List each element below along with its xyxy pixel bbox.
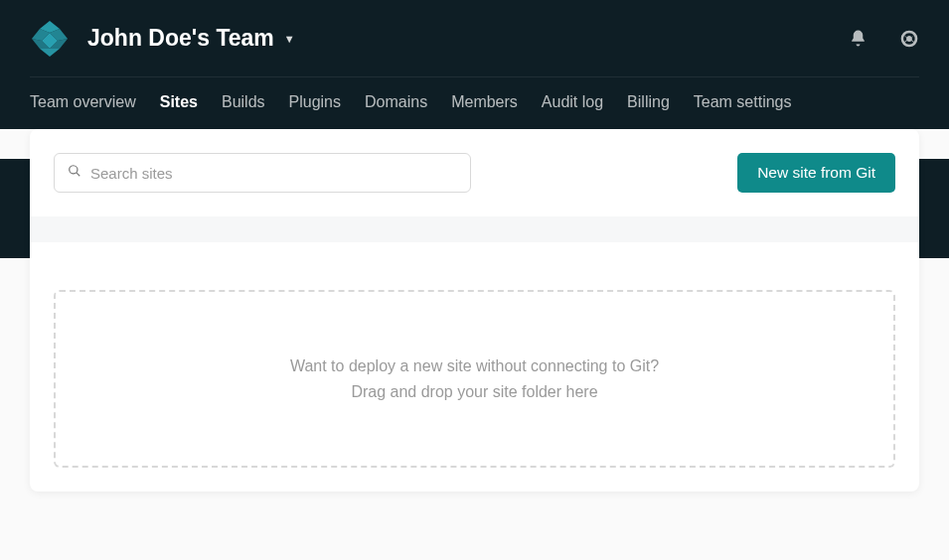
- tab-builds[interactable]: Builds: [222, 93, 265, 111]
- header-right: [849, 29, 919, 49]
- team-switcher[interactable]: John Doe's Team ▼: [87, 25, 295, 52]
- deploy-dropzone[interactable]: Want to deploy a new site without connec…: [54, 290, 895, 468]
- card-divider-gap: [30, 216, 919, 242]
- search-input[interactable]: [54, 153, 471, 193]
- dropzone-text-line2: Drag and drop your site folder here: [76, 379, 873, 405]
- search-wrap: [54, 153, 471, 193]
- svg-marker-6: [40, 49, 60, 57]
- tab-team-settings[interactable]: Team settings: [694, 93, 792, 111]
- card-body: Want to deploy a new site without connec…: [30, 242, 919, 491]
- team-name-label: John Doe's Team: [87, 25, 274, 52]
- new-site-from-git-button[interactable]: New site from Git: [737, 153, 895, 193]
- sites-card: New site from Git Want to deploy a new s…: [30, 129, 919, 491]
- header-top-row: John Doe's Team ▼: [30, 0, 919, 77]
- netlify-logo-icon[interactable]: [30, 19, 70, 59]
- tab-audit-log[interactable]: Audit log: [542, 93, 603, 111]
- card-toolbar: New site from Git: [30, 129, 919, 216]
- tab-domains[interactable]: Domains: [365, 93, 427, 111]
- tab-members[interactable]: Members: [451, 93, 518, 111]
- tab-sites[interactable]: Sites: [160, 93, 198, 111]
- search-icon: [68, 164, 81, 182]
- help-icon[interactable]: [899, 29, 919, 49]
- tab-plugins[interactable]: Plugins: [289, 93, 341, 111]
- tab-team-overview[interactable]: Team overview: [30, 93, 136, 111]
- chevron-down-icon: ▼: [284, 33, 295, 45]
- tab-billing[interactable]: Billing: [627, 93, 670, 111]
- nav-tabs: Team overview Sites Builds Plugins Domai…: [30, 77, 919, 129]
- app-header: John Doe's Team ▼ Team overview Sites Bu…: [0, 0, 949, 129]
- dropzone-text-line1: Want to deploy a new site without connec…: [76, 353, 873, 379]
- notifications-icon[interactable]: [849, 29, 868, 48]
- header-left: John Doe's Team ▼: [30, 19, 295, 59]
